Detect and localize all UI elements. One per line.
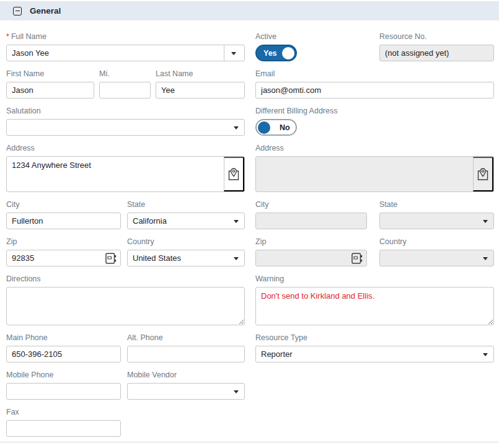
caret-down-icon <box>234 220 239 223</box>
address-label: Address <box>6 143 245 154</box>
billing-city-field <box>255 213 367 229</box>
caret-down-icon <box>483 220 488 223</box>
fax-field[interactable] <box>6 420 121 437</box>
city-label: City <box>6 200 121 210</box>
main-phone-field[interactable] <box>6 346 121 362</box>
main-phone-label: Main Phone <box>6 333 121 343</box>
first-name-field[interactable] <box>6 82 94 99</box>
last-name-label: Last Name <box>156 69 245 79</box>
section-bottom-divider <box>0 442 499 442</box>
billing-address-field <box>256 157 473 191</box>
address-book-icon <box>104 252 117 265</box>
billing-zip-label: Zip <box>255 237 367 247</box>
different-billing-address-label: Different Billing Address <box>255 106 494 116</box>
country-label: Country <box>127 237 245 247</box>
email-label: Email <box>255 69 494 79</box>
active-toggle-value: Yes <box>263 49 277 58</box>
zip-lookup-button[interactable] <box>102 251 118 265</box>
active-label: Active <box>255 32 379 42</box>
address-field-wrap: 1234 Anywhere Street <box>6 156 245 192</box>
billing-zip-field-wrap <box>255 250 367 266</box>
map-pin-icon <box>477 167 489 181</box>
billing-state-select <box>379 213 494 229</box>
salutation-label: Salutation <box>6 106 245 116</box>
salutation-select[interactable] <box>6 119 245 136</box>
general-section-header: General <box>0 1 499 20</box>
state-select[interactable]: California <box>127 213 245 229</box>
address-book-icon <box>350 252 363 265</box>
caret-down-icon <box>483 353 488 356</box>
last-name-field[interactable] <box>156 82 245 99</box>
state-label: State <box>127 200 245 210</box>
fax-label: Fax <box>6 407 121 418</box>
warning-label: Warning <box>255 274 494 284</box>
mi-label: Mi. <box>99 69 151 79</box>
caret-down-icon <box>234 257 239 260</box>
zip-label: Zip <box>6 237 121 247</box>
full-name-label: *Full Name <box>6 32 245 42</box>
alt-phone-field[interactable] <box>127 346 245 362</box>
address-map-button[interactable] <box>224 157 244 191</box>
mobile-phone-label: Mobile Phone <box>6 370 121 380</box>
resource-no-label: Resource No. <box>379 32 494 42</box>
different-billing-address-toggle-value: No <box>280 123 290 132</box>
billing-zip-lookup-button[interactable] <box>348 251 364 265</box>
billing-address-label: Address <box>255 143 494 154</box>
caret-down-icon <box>234 126 239 130</box>
alt-phone-label: Alt. Phone <box>127 333 245 343</box>
billing-country-label: Country <box>379 237 494 247</box>
city-field[interactable] <box>6 213 121 229</box>
combo-divider <box>224 45 224 61</box>
warning-field[interactable]: Don't send to Kirkland and Ellis. <box>255 287 494 325</box>
required-asterisk: * <box>6 32 9 41</box>
full-name-value: Jason Yee <box>12 48 49 58</box>
first-name-label: First Name <box>6 69 94 79</box>
email-field[interactable] <box>255 82 494 99</box>
different-billing-address-toggle[interactable]: No <box>255 119 297 136</box>
directions-field[interactable] <box>6 287 245 325</box>
billing-city-label: City <box>255 200 367 210</box>
active-toggle[interactable]: Yes <box>255 45 297 61</box>
mobile-vendor-label: Mobile Vendor <box>127 370 245 380</box>
resource-type-value: Reporter <box>261 349 293 359</box>
caret-down-icon <box>234 390 239 393</box>
mobile-vendor-select[interactable] <box>127 383 245 400</box>
address-field[interactable]: 1234 Anywhere Street <box>7 157 224 191</box>
full-name-combobox[interactable]: Jason Yee <box>6 45 245 61</box>
resource-type-select[interactable]: Reporter <box>255 346 494 362</box>
zip-field-wrap <box>6 250 121 266</box>
toggle-knob <box>258 121 270 134</box>
resource-no-field <box>379 45 494 61</box>
minus-square-icon <box>15 11 20 12</box>
billing-country-select <box>379 250 494 266</box>
general-form: *Full Name Jason Yee Active Yes Resource… <box>0 20 499 437</box>
toggle-knob <box>282 47 294 59</box>
billing-state-label: State <box>379 200 494 210</box>
billing-address-map-button[interactable] <box>473 157 493 191</box>
section-title: General <box>30 6 61 15</box>
caret-down-icon <box>483 257 488 260</box>
billing-address-field-wrap <box>255 156 494 192</box>
country-select[interactable]: United States <box>127 250 245 266</box>
mobile-phone-field[interactable] <box>6 383 121 400</box>
caret-down-icon <box>231 52 236 55</box>
resource-type-label: Resource Type <box>255 333 494 343</box>
directions-label: Directions <box>6 274 245 284</box>
mi-field[interactable] <box>99 82 151 99</box>
collapse-section-button[interactable] <box>13 7 22 15</box>
map-pin-icon <box>227 167 240 181</box>
state-value: California <box>133 216 167 226</box>
country-value: United States <box>133 253 181 263</box>
